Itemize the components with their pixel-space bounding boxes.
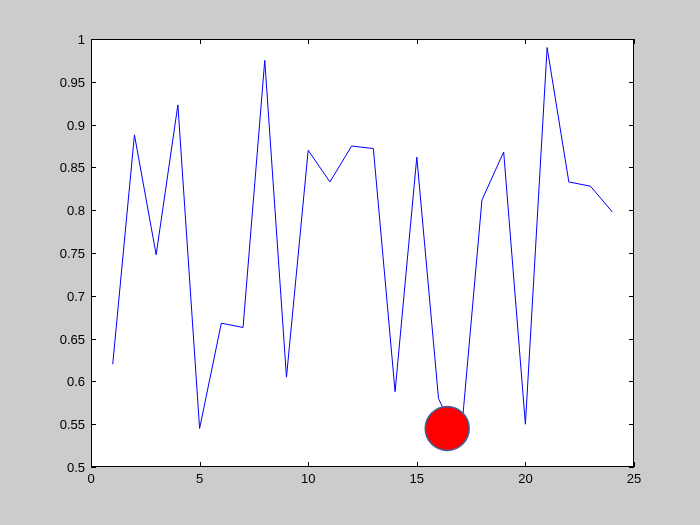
y-tick	[629, 253, 634, 254]
x-tick-label: 20	[518, 471, 532, 486]
x-tick	[525, 39, 526, 44]
y-tick-label: 1	[78, 32, 91, 47]
plot-canvas	[91, 39, 634, 467]
data-series-line	[113, 48, 613, 446]
y-tick-label: 0.95	[60, 74, 91, 89]
x-tick	[200, 39, 201, 44]
x-tick-label: 5	[196, 471, 203, 486]
x-tick	[308, 39, 309, 44]
y-tick	[91, 381, 96, 382]
y-tick	[91, 253, 96, 254]
x-tick-label: 25	[627, 471, 641, 486]
y-tick	[629, 339, 634, 340]
y-tick	[629, 296, 634, 297]
x-tick	[200, 462, 201, 467]
y-tick-label: 0.65	[60, 331, 91, 346]
y-tick	[91, 339, 96, 340]
y-tick	[91, 82, 96, 83]
x-tick	[417, 462, 418, 467]
x-tick	[525, 462, 526, 467]
y-tick	[91, 167, 96, 168]
y-tick	[91, 39, 96, 40]
y-tick-label: 0.9	[67, 117, 91, 132]
y-tick	[629, 381, 634, 382]
x-tick	[634, 462, 635, 467]
x-tick-label: 15	[410, 471, 424, 486]
y-tick-label: 0.75	[60, 246, 91, 261]
x-tick	[634, 39, 635, 44]
y-tick	[629, 210, 634, 211]
y-tick	[91, 125, 96, 126]
x-tick	[417, 39, 418, 44]
y-tick	[629, 125, 634, 126]
y-tick	[629, 82, 634, 83]
figure-window: 05101520250.50.550.60.650.70.750.80.850.…	[0, 0, 700, 525]
x-tick-label: 10	[301, 471, 315, 486]
y-tick-label: 0.6	[67, 374, 91, 389]
y-tick	[629, 167, 634, 168]
y-tick-label: 0.55	[60, 417, 91, 432]
y-tick	[91, 296, 96, 297]
y-tick-label: 0.8	[67, 203, 91, 218]
y-tick	[629, 39, 634, 40]
y-tick-label: 0.7	[67, 288, 91, 303]
y-tick	[91, 424, 96, 425]
y-tick-label: 0.5	[67, 460, 91, 475]
y-tick	[629, 467, 634, 468]
y-tick	[91, 467, 96, 468]
y-tick	[629, 424, 634, 425]
y-tick	[91, 210, 96, 211]
data-marker-circle	[425, 406, 469, 450]
x-tick	[308, 462, 309, 467]
y-tick-label: 0.85	[60, 160, 91, 175]
